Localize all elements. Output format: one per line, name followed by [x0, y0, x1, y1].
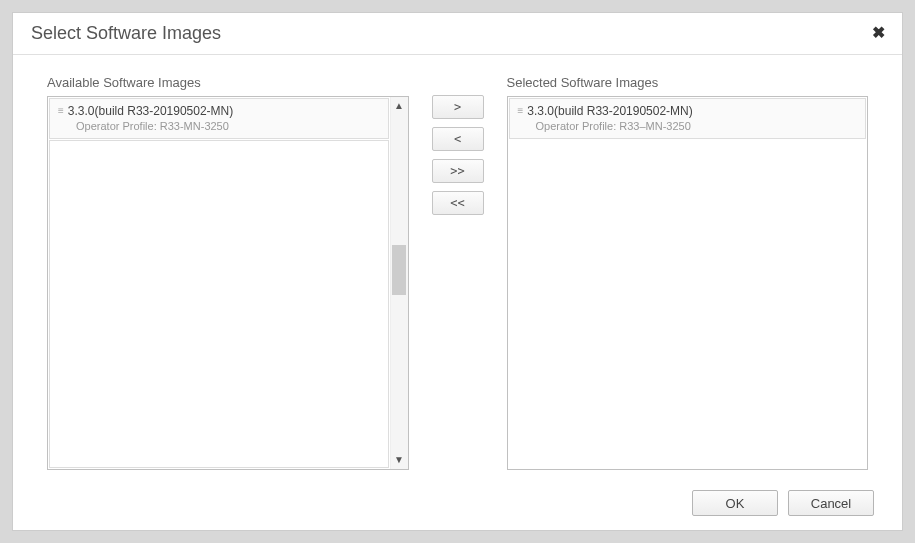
selected-label: Selected Software Images	[507, 75, 869, 90]
scroll-up-icon[interactable]: ▲	[391, 99, 408, 113]
transfer-buttons: > < >> <<	[429, 75, 487, 470]
available-empty-area	[49, 140, 389, 468]
list-item-title: 3.3.0(build R33-20190502-MN)	[68, 104, 233, 118]
add-all-button[interactable]: >>	[432, 159, 484, 183]
cancel-button[interactable]: Cancel	[788, 490, 874, 516]
list-item-subtitle: Operator Profile: R33–MN-3250	[518, 120, 858, 132]
drag-handle-icon: ≡	[518, 106, 522, 116]
profile-value: R33–MN-3250	[619, 120, 691, 132]
remove-all-button[interactable]: <<	[432, 191, 484, 215]
list-item[interactable]: ≡ 3.3.0(build R33-20190502-MN) Operator …	[510, 99, 866, 138]
available-listbox[interactable]: ≡ 3.3.0(build R33-20190502-MN) Operator …	[47, 96, 409, 470]
available-column: Available Software Images ≡ 3.3.0(build …	[47, 75, 409, 470]
dialog-footer: OK Cancel	[13, 480, 902, 530]
profile-label: Operator Profile:	[536, 120, 617, 132]
dialog-body: Available Software Images ≡ 3.3.0(build …	[13, 55, 902, 480]
selected-listbox[interactable]: ≡ 3.3.0(build R33-20190502-MN) Operator …	[507, 96, 869, 470]
remove-button[interactable]: <	[432, 127, 484, 151]
drag-handle-icon: ≡	[58, 106, 62, 116]
list-item-title: 3.3.0(build R33-20190502-MN)	[527, 104, 692, 118]
profile-label: Operator Profile:	[76, 120, 157, 132]
dialog-title: Select Software Images	[31, 23, 221, 44]
close-icon[interactable]: ✖	[868, 24, 888, 44]
scroll-thumb[interactable]	[392, 245, 406, 295]
dialog-header: Select Software Images ✖	[13, 13, 902, 55]
list-item[interactable]: ≡ 3.3.0(build R33-20190502-MN) Operator …	[50, 99, 388, 138]
scrollbar[interactable]: ▲ ▼	[390, 97, 408, 469]
profile-value: R33-MN-3250	[160, 120, 229, 132]
selected-column: Selected Software Images ≡ 3.3.0(build R…	[507, 75, 869, 470]
available-label: Available Software Images	[47, 75, 409, 90]
select-software-images-dialog: Select Software Images ✖ Available Softw…	[12, 12, 903, 531]
add-button[interactable]: >	[432, 95, 484, 119]
scroll-down-icon[interactable]: ▼	[391, 453, 408, 467]
ok-button[interactable]: OK	[692, 490, 778, 516]
list-item-subtitle: Operator Profile: R33-MN-3250	[58, 120, 380, 132]
